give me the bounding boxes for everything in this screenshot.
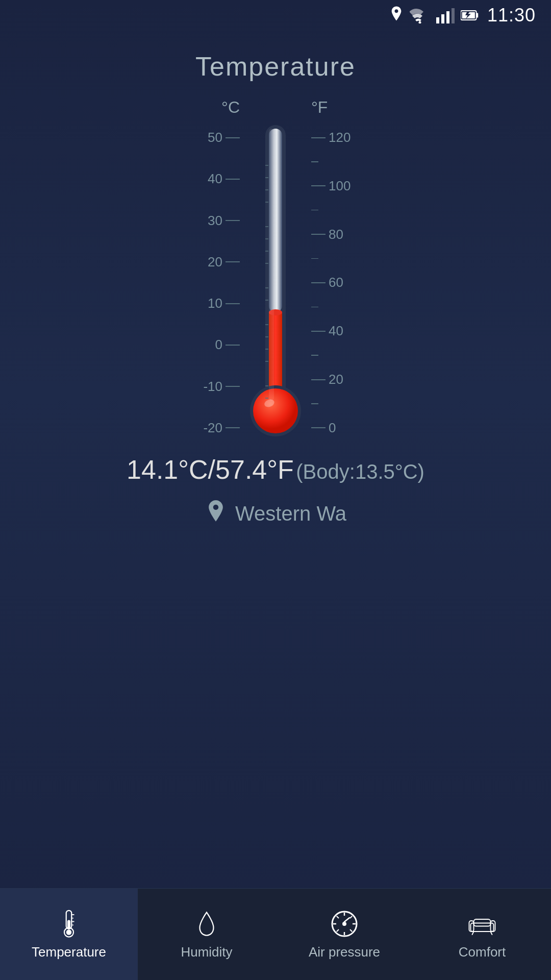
svg-line-47 xyxy=(337,916,339,918)
nav-label-humidity: Humidity xyxy=(181,944,232,960)
c-tick-n10: -10 xyxy=(189,379,222,395)
c-tick-40: 40 xyxy=(189,171,222,187)
location-row: Western Wa xyxy=(0,500,551,527)
thermometer-visual: _ xyxy=(245,92,306,439)
c-tick-10: 10 xyxy=(189,296,222,311)
svg-rect-3 xyxy=(446,11,449,23)
nav-item-temperature[interactable]: Temperature xyxy=(0,889,138,980)
thermometer-svg xyxy=(245,122,306,439)
nav-label-comfort: Comfort xyxy=(459,944,506,960)
f-tick-100: 100 xyxy=(329,178,362,194)
svg-line-50 xyxy=(337,929,339,932)
c-tick-30: 30 xyxy=(189,213,222,229)
svg-rect-16 xyxy=(269,129,274,401)
humidity-nav-icon xyxy=(191,909,222,939)
c-tick-0: 0 xyxy=(189,337,222,353)
c-tick-20: 20 xyxy=(189,254,222,270)
svg-rect-54 xyxy=(491,921,495,932)
comfort-nav-icon xyxy=(467,909,497,939)
svg-rect-6 xyxy=(477,13,479,18)
body-temp-value: (Body:13.5°C) xyxy=(296,460,424,483)
location-icon xyxy=(205,500,227,527)
svg-point-14 xyxy=(253,388,298,433)
nav-item-air-pressure[interactable]: Air pressure xyxy=(276,889,413,980)
status-icons xyxy=(389,6,479,24)
bottom-nav: Temperature Humidity Air pressure xyxy=(0,888,551,980)
scales-wrapper: °C 50 40 30 20 xyxy=(189,92,362,439)
nav-label-air-pressure: Air pressure xyxy=(309,944,380,960)
c-tick-n20: -20 xyxy=(189,420,222,436)
f-tick-80: 80 xyxy=(329,227,362,242)
svg-point-0 xyxy=(418,21,421,24)
pressure-nav-icon xyxy=(329,909,360,939)
f-tick-120: 120 xyxy=(329,130,362,145)
fahrenheit-unit-label: °F xyxy=(311,92,328,122)
svg-line-51 xyxy=(344,918,349,922)
svg-line-49 xyxy=(350,916,352,918)
nav-item-humidity[interactable]: Humidity xyxy=(138,889,276,980)
temperature-reading-row: 14.1°C/57.4°F (Body:13.5°C) xyxy=(0,454,551,485)
temperature-value: 14.1°C/57.4°F xyxy=(127,455,294,484)
battery-icon xyxy=(461,8,479,22)
wifi-icon xyxy=(410,7,430,23)
celsius-unit-label: °C xyxy=(221,92,240,122)
location-status-icon xyxy=(389,6,404,24)
svg-point-36 xyxy=(66,929,72,935)
f-tick-0: 0 xyxy=(329,420,362,436)
status-bar: 11:30 xyxy=(0,0,551,31)
thermometer-section: °C 50 40 30 20 xyxy=(0,92,551,439)
svg-rect-2 xyxy=(441,14,444,23)
f-tick-60: 60 xyxy=(329,275,362,290)
nav-item-comfort[interactable]: Comfort xyxy=(413,889,551,980)
svg-rect-4 xyxy=(452,8,455,23)
page-title: Temperature xyxy=(0,51,551,82)
svg-rect-1 xyxy=(436,17,439,23)
signal-icon xyxy=(436,7,455,23)
nav-label-temperature: Temperature xyxy=(32,944,106,960)
thermometer-nav-icon xyxy=(54,909,84,939)
fahrenheit-scale: 120 100 80 xyxy=(311,130,362,436)
c-tick-50: 50 xyxy=(189,130,222,145)
svg-rect-53 xyxy=(469,921,474,932)
svg-line-48 xyxy=(350,929,352,932)
location-text: Western Wa xyxy=(235,502,346,525)
celsius-scale: 50 40 30 20 xyxy=(189,130,240,436)
status-time: 11:30 xyxy=(487,5,536,26)
f-tick-40: 40 xyxy=(329,323,362,339)
f-tick-20: 20 xyxy=(329,372,362,387)
